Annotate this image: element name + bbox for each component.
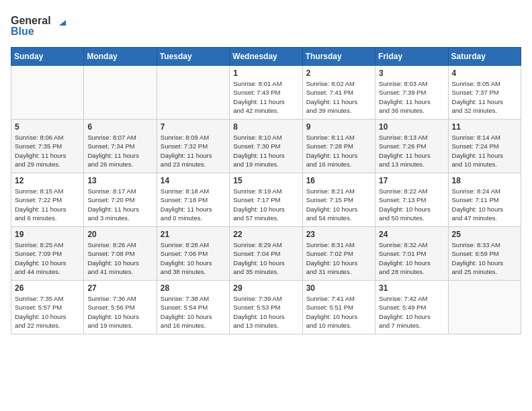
- day-number: 12: [15, 176, 80, 185]
- day-header-friday: Friday: [375, 48, 448, 66]
- day-info: Sunrise: 8:14 AM Sunset: 7:24 PM Dayligh…: [452, 133, 517, 169]
- day-number: 6: [87, 122, 152, 132]
- calendar-cell: 15Sunrise: 8:19 AM Sunset: 7:17 PM Dayli…: [230, 173, 302, 227]
- day-number: 18: [452, 176, 517, 185]
- day-number: 7: [161, 122, 226, 132]
- calendar-cell: [448, 281, 521, 334]
- day-number: 10: [379, 122, 444, 132]
- day-info: Sunrise: 8:07 AM Sunset: 7:34 PM Dayligh…: [87, 133, 152, 169]
- day-info: Sunrise: 8:25 AM Sunset: 7:09 PM Dayligh…: [15, 240, 80, 276]
- calendar-cell: 24Sunrise: 8:32 AM Sunset: 7:01 PM Dayli…: [375, 227, 448, 281]
- day-number: 27: [87, 283, 152, 293]
- day-number: 23: [306, 230, 371, 239]
- day-info: Sunrise: 7:36 AM Sunset: 5:56 PM Dayligh…: [87, 294, 152, 330]
- day-number: 4: [452, 68, 517, 78]
- calendar-cell: 29Sunrise: 7:39 AM Sunset: 5:53 PM Dayli…: [230, 281, 302, 334]
- day-info: Sunrise: 8:01 AM Sunset: 7:43 PM Dayligh…: [233, 79, 298, 115]
- calendar-cell: 31Sunrise: 7:42 AM Sunset: 5:49 PM Dayli…: [375, 281, 448, 334]
- calendar-cell: 9Sunrise: 8:11 AM Sunset: 7:28 PM Daylig…: [302, 120, 375, 173]
- calendar-cell: 16Sunrise: 8:21 AM Sunset: 7:15 PM Dayli…: [302, 173, 375, 227]
- calendar-cell: 22Sunrise: 8:29 AM Sunset: 7:04 PM Dayli…: [230, 227, 302, 281]
- calendar-cell: 30Sunrise: 7:41 AM Sunset: 5:51 PM Dayli…: [302, 281, 375, 334]
- day-info: Sunrise: 7:41 AM Sunset: 5:51 PM Dayligh…: [306, 294, 371, 330]
- day-number: 8: [233, 122, 298, 132]
- calendar-cell: 13Sunrise: 8:17 AM Sunset: 7:20 PM Dayli…: [84, 173, 157, 227]
- calendar-cell: 3Sunrise: 8:03 AM Sunset: 7:39 PM Daylig…: [375, 66, 448, 120]
- calendar-cell: [84, 66, 157, 120]
- calendar-cell: 18Sunrise: 8:24 AM Sunset: 7:11 PM Dayli…: [448, 173, 521, 227]
- day-info: Sunrise: 8:17 AM Sunset: 7:20 PM Dayligh…: [87, 187, 152, 222]
- day-info: Sunrise: 8:24 AM Sunset: 7:11 PM Dayligh…: [452, 187, 517, 222]
- day-info: Sunrise: 8:28 AM Sunset: 7:06 PM Dayligh…: [161, 240, 226, 276]
- calendar-cell: 1Sunrise: 8:01 AM Sunset: 7:43 PM Daylig…: [230, 66, 302, 120]
- day-number: 30: [306, 283, 371, 293]
- day-info: Sunrise: 8:06 AM Sunset: 7:35 PM Dayligh…: [15, 133, 80, 169]
- calendar-cell: 19Sunrise: 8:25 AM Sunset: 7:09 PM Dayli…: [11, 227, 84, 281]
- day-info: Sunrise: 7:42 AM Sunset: 5:49 PM Dayligh…: [379, 294, 444, 330]
- day-info: Sunrise: 7:38 AM Sunset: 5:54 PM Dayligh…: [161, 294, 226, 330]
- calendar-cell: 6Sunrise: 8:07 AM Sunset: 7:34 PM Daylig…: [84, 120, 157, 173]
- day-number: 3: [379, 68, 444, 78]
- calendar-cell: 23Sunrise: 8:31 AM Sunset: 7:02 PM Dayli…: [302, 227, 375, 281]
- day-info: Sunrise: 8:32 AM Sunset: 7:01 PM Dayligh…: [379, 240, 444, 276]
- svg-text:General: General: [11, 15, 51, 26]
- calendar-table: SundayMondayTuesdayWednesdayThursdayFrid…: [11, 47, 521, 334]
- calendar-cell: 14Sunrise: 8:18 AM Sunset: 7:18 PM Dayli…: [157, 173, 229, 227]
- page-header: General Blue: [11, 11, 521, 40]
- calendar-cell: 4Sunrise: 8:05 AM Sunset: 7:37 PM Daylig…: [448, 66, 521, 120]
- day-number: 21: [161, 230, 226, 239]
- calendar-cell: 11Sunrise: 8:14 AM Sunset: 7:24 PM Dayli…: [448, 120, 521, 173]
- day-number: 1: [233, 68, 298, 78]
- day-header-sunday: Sunday: [11, 48, 84, 66]
- day-info: Sunrise: 8:33 AM Sunset: 6:59 PM Dayligh…: [452, 240, 517, 276]
- logo: General Blue: [11, 11, 71, 40]
- day-number: 28: [161, 283, 226, 293]
- day-info: Sunrise: 8:09 AM Sunset: 7:32 PM Dayligh…: [161, 133, 226, 169]
- day-number: 15: [233, 176, 298, 185]
- calendar-cell: 12Sunrise: 8:15 AM Sunset: 7:22 PM Dayli…: [11, 173, 84, 227]
- day-number: 2: [306, 68, 371, 78]
- day-number: 25: [452, 230, 517, 239]
- day-info: Sunrise: 8:03 AM Sunset: 7:39 PM Dayligh…: [379, 79, 444, 115]
- day-info: Sunrise: 7:35 AM Sunset: 5:57 PM Dayligh…: [15, 294, 80, 330]
- day-header-saturday: Saturday: [448, 48, 521, 66]
- day-header-tuesday: Tuesday: [157, 48, 229, 66]
- calendar-cell: [11, 66, 84, 120]
- day-info: Sunrise: 8:29 AM Sunset: 7:04 PM Dayligh…: [233, 240, 298, 276]
- calendar-cell: 7Sunrise: 8:09 AM Sunset: 7:32 PM Daylig…: [157, 120, 229, 173]
- logo-general-text: General Blue: [11, 11, 71, 40]
- day-info: Sunrise: 8:18 AM Sunset: 7:18 PM Dayligh…: [161, 187, 226, 222]
- calendar-cell: 25Sunrise: 8:33 AM Sunset: 6:59 PM Dayli…: [448, 227, 521, 281]
- day-header-thursday: Thursday: [302, 48, 375, 66]
- calendar-cell: 8Sunrise: 8:10 AM Sunset: 7:30 PM Daylig…: [230, 120, 302, 173]
- day-number: 5: [15, 122, 80, 132]
- day-info: Sunrise: 8:13 AM Sunset: 7:26 PM Dayligh…: [379, 133, 444, 169]
- calendar-cell: 20Sunrise: 8:26 AM Sunset: 7:08 PM Dayli…: [84, 227, 157, 281]
- day-info: Sunrise: 8:05 AM Sunset: 7:37 PM Dayligh…: [452, 79, 517, 115]
- day-info: Sunrise: 7:39 AM Sunset: 5:53 PM Dayligh…: [233, 294, 298, 330]
- day-info: Sunrise: 8:15 AM Sunset: 7:22 PM Dayligh…: [15, 187, 80, 222]
- day-info: Sunrise: 8:22 AM Sunset: 7:13 PM Dayligh…: [379, 187, 444, 222]
- day-number: 24: [379, 230, 444, 239]
- day-info: Sunrise: 8:31 AM Sunset: 7:02 PM Dayligh…: [306, 240, 371, 276]
- day-number: 16: [306, 176, 371, 185]
- day-info: Sunrise: 8:02 AM Sunset: 7:41 PM Dayligh…: [306, 79, 371, 115]
- calendar-cell: 17Sunrise: 8:22 AM Sunset: 7:13 PM Dayli…: [375, 173, 448, 227]
- calendar-cell: 26Sunrise: 7:35 AM Sunset: 5:57 PM Dayli…: [11, 281, 84, 334]
- calendar-cell: 21Sunrise: 8:28 AM Sunset: 7:06 PM Dayli…: [157, 227, 229, 281]
- day-number: 17: [379, 176, 444, 185]
- calendar-cell: 5Sunrise: 8:06 AM Sunset: 7:35 PM Daylig…: [11, 120, 84, 173]
- day-number: 26: [15, 283, 80, 293]
- day-info: Sunrise: 8:19 AM Sunset: 7:17 PM Dayligh…: [233, 187, 298, 222]
- calendar-cell: 28Sunrise: 7:38 AM Sunset: 5:54 PM Dayli…: [157, 281, 229, 334]
- calendar-cell: 10Sunrise: 8:13 AM Sunset: 7:26 PM Dayli…: [375, 120, 448, 173]
- day-info: Sunrise: 8:10 AM Sunset: 7:30 PM Dayligh…: [233, 133, 298, 169]
- day-info: Sunrise: 8:11 AM Sunset: 7:28 PM Dayligh…: [306, 133, 371, 169]
- day-number: 13: [87, 176, 152, 185]
- day-info: Sunrise: 8:26 AM Sunset: 7:08 PM Dayligh…: [87, 240, 152, 276]
- svg-marker-1: [59, 20, 66, 26]
- day-number: 20: [87, 230, 152, 239]
- day-header-wednesday: Wednesday: [230, 48, 302, 66]
- calendar-cell: 27Sunrise: 7:36 AM Sunset: 5:56 PM Dayli…: [84, 281, 157, 334]
- day-number: 19: [15, 230, 80, 239]
